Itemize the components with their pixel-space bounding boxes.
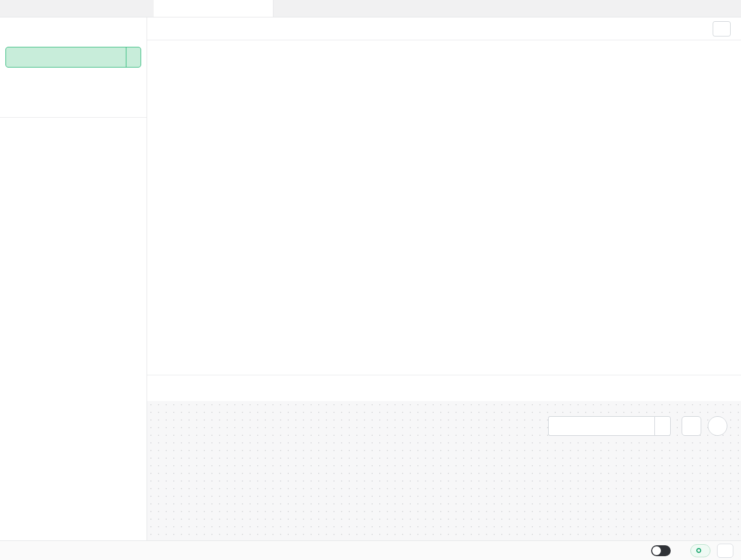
- dbt-ide-screen: [0, 0, 741, 560]
- sidebar: [0, 17, 147, 540]
- fullscreen-button[interactable]: [682, 416, 701, 436]
- code-lines: [147, 40, 741, 45]
- update-graph-button[interactable]: [654, 416, 671, 436]
- branch-area: [0, 0, 154, 17]
- new-tab-button[interactable]: [730, 7, 734, 11]
- code-editor[interactable]: [147, 40, 741, 375]
- editor-tab-customers-sql[interactable]: [154, 0, 274, 17]
- create-pull-request-button[interactable]: [5, 47, 141, 68]
- file-explorer-section: [0, 121, 147, 135]
- more-options-button[interactable]: [717, 544, 733, 558]
- save-button[interactable]: [713, 21, 731, 36]
- topbar: [0, 0, 741, 17]
- file-explorer-header[interactable]: [0, 121, 147, 135]
- lineage-search-input[interactable]: [548, 416, 654, 436]
- ready-dot-icon: [696, 548, 701, 553]
- lineage-controls: [548, 416, 727, 436]
- tab-strip: [154, 0, 741, 17]
- status-bar-right: [651, 544, 733, 558]
- status-badge: [690, 544, 710, 557]
- version-control-section: [0, 17, 147, 118]
- lineage-panel: [147, 401, 741, 540]
- breadcrumb-bar: [147, 17, 741, 40]
- defer-toggle[interactable]: [651, 545, 671, 556]
- reload-graph-button[interactable]: [708, 416, 727, 436]
- version-control-header[interactable]: [0, 24, 147, 38]
- editor-toolbar: [147, 375, 741, 401]
- pr-button-main: [6, 47, 126, 67]
- status-bar: [0, 540, 741, 560]
- main-area: [147, 17, 741, 540]
- pr-options-chevron[interactable]: [126, 47, 141, 67]
